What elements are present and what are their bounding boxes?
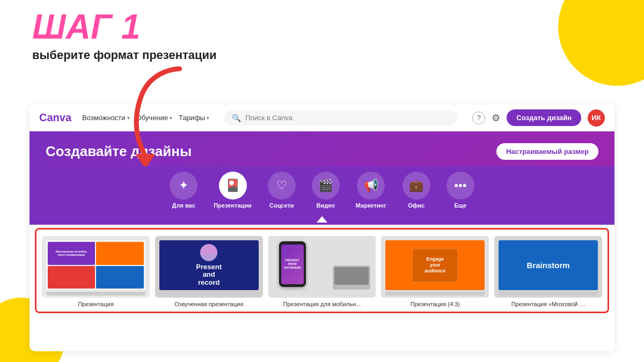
triangle-up [317, 216, 327, 223]
templates-grid: Приглашение на мобил.пресс-конференцию П… [42, 236, 602, 307]
template-card-mobile[interactable]: PRESENTFROMANYWHERE Презентация для моби… [268, 236, 376, 307]
svg-marker-0 [136, 154, 155, 166]
step-area: ШАГ 1 выберите формат презентации [32, 10, 217, 62]
search-input[interactable] [245, 114, 450, 122]
presentations-label: Презентации [214, 202, 252, 209]
triangle-indicator [30, 216, 614, 225]
video-icon: 🎬 [312, 172, 340, 200]
more-icon: ••• [447, 172, 474, 200]
arrow-container [107, 59, 193, 168]
template-label-2: Озвученная презентация [155, 301, 263, 307]
avatar[interactable]: ИК [588, 109, 605, 127]
category-more[interactable]: ••• Еще [447, 172, 474, 209]
template-card-43[interactable]: Engageyouraudience Презентация (4:3) [381, 236, 489, 307]
presentations-icon: 🎴 [219, 172, 247, 200]
nav-logo: Canva [39, 112, 71, 124]
category-presentations[interactable]: 🎴 Презентации [214, 172, 252, 209]
category-video[interactable]: 🎬 Видео [312, 172, 340, 209]
video-label: Видео [317, 202, 335, 209]
template-thumb-3: PRESENTFROMANYWHERE [268, 236, 376, 298]
for-you-label: Для вас [172, 202, 195, 209]
category-for-you[interactable]: ✦ Для вас [170, 172, 197, 209]
template-thumb-1: Приглашение на мобил.пресс-конференцию [42, 236, 150, 298]
templates-section: Приглашение на мобил.пресс-конференцию П… [35, 228, 609, 313]
brainstorm-text: Brainstorm [527, 261, 570, 270]
template-card-recorded[interactable]: Presentandrecord Озвученная презентация [155, 236, 263, 307]
marketing-label: Маркетинг [356, 202, 386, 209]
template-label-1: Презентация [42, 301, 150, 307]
office-icon: 💼 [402, 172, 430, 200]
for-you-icon: ✦ [170, 172, 197, 200]
category-marketing[interactable]: 📢 Маркетинг [356, 172, 386, 209]
nav-right: ? ⚙ Создать дизайн ИК [472, 109, 605, 127]
create-design-button[interactable]: Создать дизайн [507, 109, 581, 126]
category-office[interactable]: 💼 Офис [402, 172, 430, 209]
template-label-4: Презентация (4:3) [381, 301, 489, 307]
template-thumb-4: Engageyouraudience [381, 236, 489, 298]
template-label-3: Презентация для мобильн... [268, 301, 376, 307]
template-label-5: Презентация «Мозговой … [494, 301, 602, 307]
template-thumb-2: Presentandrecord [155, 236, 263, 298]
settings-icon[interactable]: ⚙ [492, 112, 500, 124]
step-title: ШАГ 1 [32, 10, 217, 44]
marketing-icon: 📢 [357, 172, 385, 200]
custom-size-button[interactable]: Настраиваемый размер [496, 143, 598, 160]
more-label: Еще [454, 202, 466, 209]
template-card-brainstorm[interactable]: Brainstorm Презентация «Мозговой … [494, 236, 602, 307]
social-label: Соцсети [269, 202, 294, 209]
arrow-icon [107, 59, 193, 166]
search-icon: 🔍 [232, 114, 241, 122]
help-icon[interactable]: ? [472, 112, 485, 124]
categories-bar: ✦ Для вас 🎴 Презентации ♡ Соцсети 🎬 Виде… [30, 166, 614, 216]
office-label: Офис [408, 202, 425, 209]
template-card-presentation[interactable]: Приглашение на мобил.пресс-конференцию П… [42, 236, 150, 307]
nav-pricing-chevron: ▾ [207, 115, 209, 121]
template-thumb-5: Brainstorm [494, 236, 602, 298]
nav-search-bar[interactable]: 🔍 [224, 110, 457, 125]
bg-circle-top-right [558, 0, 644, 86]
social-icon: ♡ [268, 172, 296, 200]
category-social[interactable]: ♡ Соцсети [268, 172, 296, 209]
